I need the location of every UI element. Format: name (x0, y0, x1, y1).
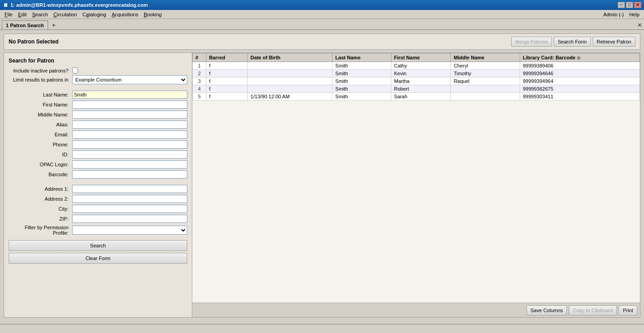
include-inactive-checkbox[interactable] (72, 68, 78, 73)
cell-dob (248, 62, 332, 70)
tab-add-button[interactable]: + (49, 20, 59, 29)
menu-help[interactable]: Help (626, 11, 642, 18)
zip-input[interactable] (72, 215, 187, 223)
search-button[interactable]: Search (9, 240, 187, 251)
results-table: # Barred Date of Birth Last Name First N… (192, 53, 640, 101)
email-row: Email: (9, 130, 187, 139)
search-form-button[interactable]: Search Form (554, 37, 591, 47)
app-icon: 🖥 (3, 2, 8, 8)
city-row: City: (9, 205, 187, 213)
filter-profile-label: Filter by Permission Profile: (9, 225, 72, 236)
body-area: Search for Patron Include inactive patro… (4, 53, 640, 318)
cell-num: 4 (193, 85, 206, 93)
email-input[interactable] (72, 130, 187, 139)
last-name-input[interactable] (72, 91, 187, 99)
filter-profile-select[interactable] (72, 226, 187, 235)
close-button[interactable]: ✕ (634, 2, 641, 8)
address1-label: Address 1: (9, 186, 72, 192)
menu-cataloging[interactable]: Cataloging (80, 11, 109, 18)
menu-search[interactable]: Search (29, 11, 51, 18)
city-input[interactable] (72, 205, 187, 213)
cell-barred: f (206, 85, 248, 93)
col-header-firstname[interactable]: First Name (391, 53, 451, 62)
middle-name-input[interactable] (72, 111, 187, 119)
copy-clipboard-button[interactable]: Copy to Clipboard (569, 305, 617, 315)
print-button[interactable]: Print (619, 305, 637, 315)
cell-firstname: Robert (391, 85, 451, 93)
maximize-button[interactable]: □ (626, 2, 633, 8)
phone-row: Phone: (9, 140, 187, 149)
opac-login-input[interactable] (72, 160, 187, 169)
cell-barred: f (206, 93, 248, 101)
id-input[interactable] (72, 150, 187, 159)
cell-middlename: Timothy (451, 70, 520, 77)
opac-login-row: OPAC Login: (9, 160, 187, 169)
first-name-input[interactable] (72, 101, 187, 109)
cell-lastname: Smith (332, 77, 391, 85)
alias-row: Alias: (9, 121, 187, 129)
col-resize-icon[interactable]: ⊞ (577, 56, 581, 60)
address2-input[interactable] (72, 195, 187, 203)
menu-acquisitions[interactable]: Acquisitions (109, 11, 141, 18)
cell-barred: f (206, 62, 248, 70)
limit-results-row: Limit results to patrons in Example Cons… (9, 75, 187, 84)
col-header-num[interactable]: # (193, 53, 206, 62)
cell-firstname: Martha (391, 77, 451, 85)
clear-form-button[interactable]: Clear Form (9, 253, 187, 264)
results-tbody: 1 f Smith Cathy Cheryl 99999389406 2 f S… (193, 62, 640, 101)
cell-middlename (451, 93, 520, 101)
col-header-librarycard[interactable]: Library Card: Barcode ⊞ (520, 53, 639, 62)
title-bar-title: 🖥 1: admin@BR1-winxpvmfx.phasefx.evergre… (3, 2, 148, 8)
save-columns-button[interactable]: Save Columns (527, 305, 567, 315)
first-name-label: First Name: (9, 102, 72, 107)
results-table-container: # Barred Date of Birth Last Name First N… (192, 53, 640, 303)
minimize-button[interactable]: − (618, 2, 625, 8)
table-row[interactable]: 5 f 1/13/90 12:00 AM Smith Sarah 9999930… (193, 93, 640, 101)
address1-input[interactable] (72, 185, 187, 193)
menu-edit[interactable]: Edit (15, 11, 29, 18)
menu-file[interactable]: File (2, 11, 15, 18)
col-header-middlename[interactable]: Middle Name (451, 53, 520, 62)
menu-admin[interactable]: Admin (-) (600, 11, 626, 18)
cell-num: 1 (193, 62, 206, 70)
merge-patrons-button[interactable]: Merge Patrons (511, 37, 552, 47)
tab-bar: 1 Patron Search + ✕ (0, 19, 644, 30)
col-header-barred[interactable]: Barred (206, 53, 248, 62)
menu-circulation[interactable]: Circulation (51, 11, 80, 18)
tab-bar-close[interactable]: ✕ (637, 22, 642, 29)
table-row[interactable]: 4 f Smith Robert 99999362675 (193, 85, 640, 93)
barcode-input[interactable] (72, 170, 187, 179)
col-header-dob[interactable]: Date of Birth (248, 53, 332, 62)
menu-bar: File Edit Search Circulation Cataloging … (0, 10, 644, 19)
cell-firstname: Sarah (391, 93, 451, 101)
last-name-row: Last Name: (9, 91, 187, 99)
cell-middlename: Raquel (451, 77, 520, 85)
cell-lastname: Smith (332, 85, 391, 93)
last-name-label: Last Name: (9, 92, 72, 97)
zip-row: ZIP: (9, 215, 187, 223)
menu-booking[interactable]: Booking (141, 11, 165, 18)
cell-barred: f (206, 70, 248, 77)
alias-input[interactable] (72, 121, 187, 129)
limit-results-select[interactable]: Example Consortium (72, 75, 187, 84)
cell-librarycard: 99999394646 (520, 70, 639, 77)
retrieve-patron-button[interactable]: Retrieve Patron (593, 37, 635, 47)
opac-login-label: OPAC Login: (9, 162, 72, 167)
tab-patron-search[interactable]: 1 Patron Search (2, 20, 48, 29)
middle-name-label: Middle Name: (9, 112, 72, 117)
phone-input[interactable] (72, 140, 187, 149)
results-panel: # Barred Date of Birth Last Name First N… (192, 53, 640, 317)
address2-row: Address 2: (9, 195, 187, 203)
id-label: ID: (9, 152, 72, 157)
col-header-lastname[interactable]: Last Name (332, 53, 391, 62)
first-name-row: First Name: (9, 101, 187, 109)
middle-name-row: Middle Name: (9, 111, 187, 119)
table-row[interactable]: 2 f Smith Kevin Timothy 99999394646 (193, 70, 640, 77)
title-bar: 🖥 1: admin@BR1-winxpvmfx.phasefx.evergre… (0, 0, 644, 10)
header-buttons: Merge Patrons Search Form Retrieve Patro… (511, 37, 635, 47)
table-row[interactable]: 1 f Smith Cathy Cheryl 99999389406 (193, 62, 640, 70)
address1-row: Address 1: (9, 185, 187, 193)
search-panel-title: Search for Patron (9, 58, 187, 64)
cell-barred: f (206, 77, 248, 85)
table-row[interactable]: 3 f Smith Martha Raquel 99999394964 (193, 77, 640, 85)
